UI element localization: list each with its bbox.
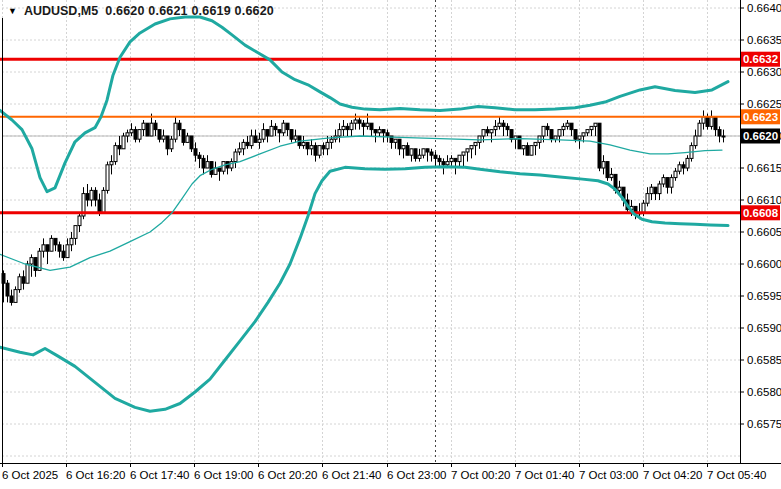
candle-body-up [450, 158, 453, 161]
candle-body-down [290, 130, 293, 140]
x-axis-label: 7 Oct 00:20 [451, 469, 510, 481]
y-axis-label: 0.6600 [747, 258, 781, 270]
candle-body-up [482, 130, 485, 136]
candle-body-up [410, 149, 413, 155]
candle-body-down [714, 117, 717, 130]
price-chart-canvas[interactable]: 0.66400.66350.66300.66250.66200.66150.66… [0, 0, 781, 489]
candle-body-up [674, 171, 677, 177]
candle-body-down [194, 149, 197, 155]
candle-body-down [454, 158, 457, 161]
candle-body-down [358, 120, 361, 123]
candle-body-down [654, 187, 657, 193]
candle-body-up [302, 142, 305, 145]
y-axis-label: 0.6640 [747, 2, 781, 14]
candle-body-down [86, 194, 89, 200]
price-badge-value: 0.6632 [743, 53, 778, 65]
candle-body-down [434, 155, 437, 158]
candle-body-down [178, 123, 181, 129]
candle-body-up [594, 123, 597, 126]
y-axis-label: 0.6615 [747, 162, 781, 174]
price-badge-value: 0.6620 [743, 130, 778, 142]
candle-body-up [366, 123, 369, 126]
candle-body-down [198, 155, 201, 158]
candle-body-up [582, 133, 585, 136]
candle-body-up [710, 117, 713, 127]
candle-body-up [566, 123, 569, 126]
candle-body-down [166, 136, 169, 149]
candle-body-up [42, 245, 45, 251]
candle-body-up [534, 142, 537, 145]
candle-body-up [586, 130, 589, 133]
candle-body-up [402, 146, 405, 149]
candle-body-down [574, 130, 577, 140]
candle-body-up [470, 146, 473, 149]
candle-body-down [502, 123, 505, 126]
candle-body-down [118, 146, 121, 149]
candle-body-down [526, 146, 529, 156]
candle-body-up [162, 136, 165, 139]
candle-body-up [558, 130, 561, 136]
candle-body-up [466, 149, 469, 152]
candle-body-up [446, 162, 449, 165]
symbol-dropdown-icon[interactable]: ▼ [8, 6, 17, 16]
candle-body-down [718, 130, 721, 136]
candle-body-up [498, 123, 501, 126]
candle-body-down [190, 136, 193, 149]
candle-body-up [106, 165, 109, 191]
candle-body-up [350, 123, 353, 129]
candle-body-down [218, 168, 221, 171]
candle-body-up [522, 146, 525, 149]
candle-body-down [426, 149, 429, 152]
ohlc-values: 0.6620 0.6621 0.6619 0.6620 [105, 4, 274, 18]
candle-body-up [170, 139, 173, 149]
candle-body-up [542, 126, 545, 136]
candle-body-down [550, 130, 553, 140]
candle-body-up [318, 146, 321, 156]
candle-body-down [362, 123, 365, 126]
candle-body-down [54, 238, 57, 244]
candle-body-down [146, 123, 149, 136]
y-axis-label: 0.6605 [747, 226, 781, 238]
candle-body-up [418, 155, 421, 158]
candle-body-up [602, 162, 605, 168]
candle-body-up [458, 155, 461, 161]
x-axis-label: 6 Oct 19:00 [194, 469, 253, 481]
candle-body-down [486, 130, 489, 133]
candle-body-down [346, 126, 349, 129]
chart-title-bar: ▼ AUDUSD,M5 0.6620 0.6621 0.6619 0.6620 [8, 3, 274, 19]
candle-body-up [174, 123, 177, 139]
candle-body-down [414, 149, 417, 159]
candle-body-down [34, 258, 37, 271]
symbol-timeframe-label: AUDUSD,M5 [24, 4, 98, 18]
candle-body-up [242, 142, 245, 148]
candle-body-up [354, 120, 357, 123]
candle-body-up [590, 126, 593, 129]
price-badge-value: 0.6608 [743, 207, 779, 219]
candle-body-down [98, 200, 101, 213]
y-axis-label: 0.6585 [747, 354, 781, 366]
candle-body-down [274, 126, 277, 129]
candle-body-down [370, 123, 373, 129]
candle-body-up [670, 178, 673, 188]
candle-body-up [150, 123, 153, 136]
candle-body-down [46, 245, 49, 251]
y-axis-label: 0.6575 [747, 418, 781, 430]
candle-body-up [282, 123, 285, 133]
candle-body-up [490, 130, 493, 133]
candle-body-up [138, 130, 141, 140]
candle-body-down [210, 162, 213, 175]
candle-body-up [294, 136, 297, 139]
x-axis-label: 6 Oct 23:00 [387, 469, 446, 481]
candle-body-up [238, 149, 241, 152]
candle-body-down [306, 142, 309, 148]
candle-body-down [398, 139, 401, 149]
candle-body-up [50, 238, 53, 251]
candle-body-down [202, 158, 205, 168]
candle-body-up [114, 146, 117, 162]
candle-body-down [430, 152, 433, 155]
candle-body-down [598, 123, 601, 168]
price-badge-value: 0.6623 [743, 111, 778, 123]
candle-body-down [58, 245, 61, 251]
candle-body-down [154, 123, 157, 129]
candle-body-down [6, 283, 9, 296]
